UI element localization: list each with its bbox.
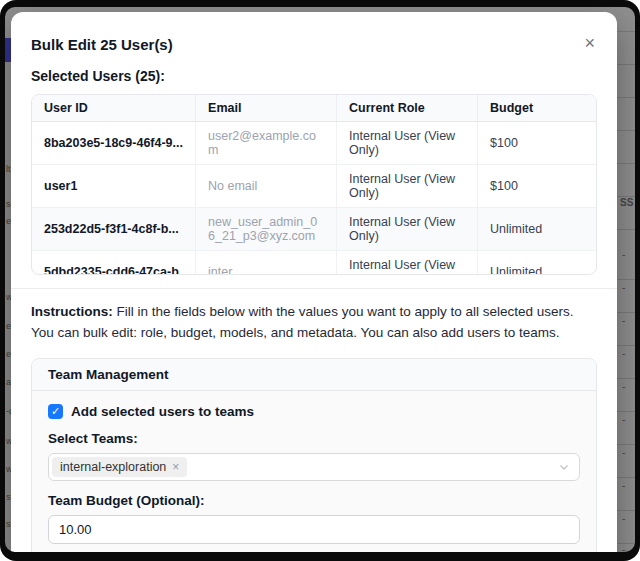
cell-budget: $100 [478,165,596,208]
cell-budget: Unlimited [478,208,596,251]
cell-budget: Unlimited [478,251,596,276]
cell-role: Internal User (View Only) [337,122,478,165]
table-row: 253d22d5-f3f1-4c8f-b... new_user_admin_0… [32,208,596,251]
cell-user-id: user1 [32,165,196,208]
bulk-edit-modal: Bulk Edit 25 User(s) × Selected Users (2… [11,12,617,552]
cell-user-id: 253d22d5-f3f1-4c8f-b... [32,208,196,251]
backdrop-cell-dash: - [622,481,625,491]
team-budget-input[interactable] [48,515,580,544]
selected-users-label: Selected Users (25): [31,68,597,84]
tag-remove-icon[interactable]: × [172,461,179,473]
instructions-body: Fill in the fields below with the values… [31,304,574,340]
team-budget-label: Team Budget (Optional): [48,493,580,508]
backdrop-cell-dash: - [622,250,625,260]
cell-role: Internal User (View Only) [337,165,478,208]
cell-email: inter [196,251,337,276]
column-header-email: Email [196,95,337,122]
team-select-input[interactable]: internal-exploration × [48,453,580,481]
team-management-title: Team Management [32,359,596,391]
table-row: 8ba203e5-18c9-46f4-9... user2@example.co… [32,122,596,165]
instructions-text: Instructions: Fill in the fields below w… [31,302,597,344]
backdrop-cell-dash: - [622,283,625,293]
cell-user-id: 5dbd2335-cdd6-47ca-b... [32,251,196,276]
cell-email: No email [196,165,337,208]
selected-team-tag[interactable]: internal-exploration × [52,457,187,477]
modal-header: Bulk Edit 25 User(s) × [31,36,597,53]
backdrop-cell-dash: - [622,316,625,326]
table-row: user1 No email Internal User (View Only)… [32,165,596,208]
cell-user-id: 8ba203e5-18c9-46f4-9... [32,122,196,165]
column-header-user-id: User ID [32,95,196,122]
backdrop-cell-dash: - [622,514,625,524]
table-row: 5dbd2335-cdd6-47ca-b... inter Internal U… [32,251,596,276]
close-icon[interactable]: × [582,34,597,52]
instructions-label: Instructions: [31,304,113,319]
add-users-to-teams-checkbox-row[interactable]: ✓ Add selected users to teams [48,404,580,419]
backdrop-cell-dash: - [622,545,625,552]
backdrop-right-strip: SS - - - - - - - - - - [616,7,635,552]
cell-email: user2@example.com [196,122,337,165]
section-divider [11,288,617,289]
select-teams-label: Select Teams: [48,431,580,446]
backdrop-column-header: SS [620,197,633,208]
selected-users-table-container[interactable]: User ID Email Current Role Budget 8ba203… [31,94,597,275]
column-header-budget: Budget [478,95,596,122]
team-management-card: Team Management ✓ Add selected users to … [31,358,597,552]
chevron-down-icon[interactable] [558,461,570,473]
backdrop-cell-dash: - [622,415,625,425]
cell-email: new_user_admin_06_21_p3@xyz.com [196,208,337,251]
backdrop-cell-dash: - [622,349,625,359]
column-header-current-role: Current Role [337,95,478,122]
window-frame: lt se er w e e ar -q w w st st SS - - - … [0,0,640,561]
selected-team-tag-label: internal-exploration [60,460,166,474]
cell-budget: $100 [478,122,596,165]
team-management-body: ✓ Add selected users to teams Select Tea… [32,391,596,552]
dimmed-page-backdrop: lt se er w e e ar -q w w st st SS - - - … [5,7,635,552]
table-header-row: User ID Email Current Role Budget [32,95,596,122]
modal-title: Bulk Edit 25 User(s) [31,36,173,53]
backdrop-cell-dash: - [622,382,625,392]
cell-role: Internal User (View Only) [337,208,478,251]
selected-users-table: User ID Email Current Role Budget 8ba203… [32,95,596,275]
backdrop-cell-dash: - [622,448,625,458]
cell-role: Internal User (View Only) [337,251,478,276]
backdrop-text-fragment: lt [6,165,11,174]
checkbox-checked-icon[interactable]: ✓ [48,404,63,419]
add-users-to-teams-label: Add selected users to teams [71,404,254,419]
